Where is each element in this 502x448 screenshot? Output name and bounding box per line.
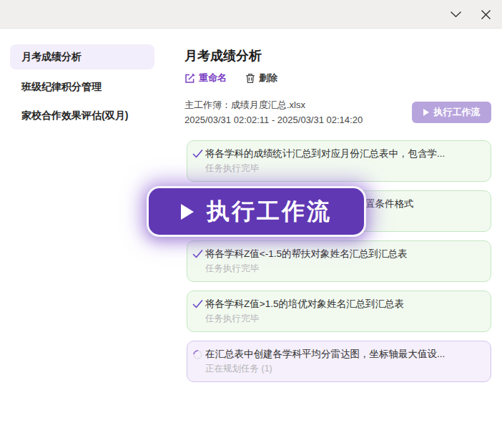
chevron-down-icon [450,11,462,18]
rename-label: 重命名 [199,72,227,84]
workbook-line: 主工作簿：成绩月度汇总.xlsx [184,97,363,112]
task-card-3[interactable]: 将各学科Z值<-1.5的帮扶对象姓名汇总到汇总表 任务执行完毕 [187,240,491,282]
task-card-5[interactable]: 在汇总表中创建各学科平均分雷达图，坐标轴最大值设... 正在规划任务 (1) [187,341,491,382]
task-title: 将各学科Z值>1.5的培优对象姓名汇总到汇总表 [205,298,482,311]
sidebar-item-home-school-evaluation[interactable]: 家校合作效果评估(双月) [10,102,154,130]
run-workflow-button-magnified[interactable]: 执行工作流 [147,186,366,237]
edit-icon [184,73,195,84]
sidebar-item-monthly-exam-analysis[interactable]: 月考成绩分析 [10,44,154,69]
close-icon [481,9,491,20]
collapse-button[interactable] [445,0,466,29]
rename-button[interactable]: 重命名 [184,72,227,84]
task-title: 将各学科的成绩统计汇总到对应月份汇总表中，包含学... [205,147,482,160]
task-title: 在汇总表中创建各学科平均分雷达图，坐标轴最大值设... [205,348,482,361]
task-status: 任务执行完毕 [205,263,482,275]
trash-icon [245,73,255,84]
sidebar-item-class-discipline-points[interactable]: 班级纪律积分管理 [10,73,154,102]
action-row: 重命名 删除 [184,72,277,84]
window-titlebar [0,0,502,29]
task-status: 正在规划任务 (1) [205,363,482,375]
check-icon [192,298,203,311]
sidebar-item-label: 班级纪律积分管理 [21,81,102,94]
spinner-icon [192,348,203,361]
run-workflow-magnified-label: 执行工作流 [207,196,332,228]
workflow-sidebar: 月考成绩分析 班级纪律积分管理 家校合作效果评估(双月) [10,44,154,130]
check-icon [192,147,203,160]
task-status: 任务执行完毕 [205,313,482,325]
sidebar-item-label: 月考成绩分析 [21,51,82,64]
delete-label: 删除 [259,72,277,84]
check-icon [192,248,203,260]
run-workflow-button[interactable]: 执行工作流 [412,102,491,123]
task-card-1[interactable]: 将各学科的成绩统计汇总到对应月份汇总表中，包含学... 任务执行完毕 [187,140,491,182]
delete-button[interactable]: 删除 [245,72,277,84]
task-list: 将各学科的成绩统计汇总到对应月份汇总表中，包含学... 任务执行完毕 置条件格式… [187,140,491,391]
page-title: 月考成绩分析 [184,47,262,64]
task-title: 置条件格式 [365,198,482,210]
task-status: 任务执行完毕 [205,162,482,175]
play-icon [181,204,194,220]
task-card-4[interactable]: 将各学科Z值>1.5的培优对象姓名汇总到汇总表 任务执行完毕 [187,291,491,332]
task-title: 将各学科Z值<-1.5的帮扶对象姓名汇总到汇总表 [205,248,482,260]
sidebar-item-label: 家校合作效果评估(双月) [21,109,128,122]
play-icon [423,109,429,116]
time-range: 2025/03/31 02:02:11 - 2025/03/31 02:14:2… [184,112,363,127]
run-workflow-label: 执行工作流 [434,106,481,119]
close-button[interactable] [475,0,496,29]
workflow-meta: 主工作簿：成绩月度汇总.xlsx 2025/03/31 02:02:11 - 2… [184,97,363,127]
